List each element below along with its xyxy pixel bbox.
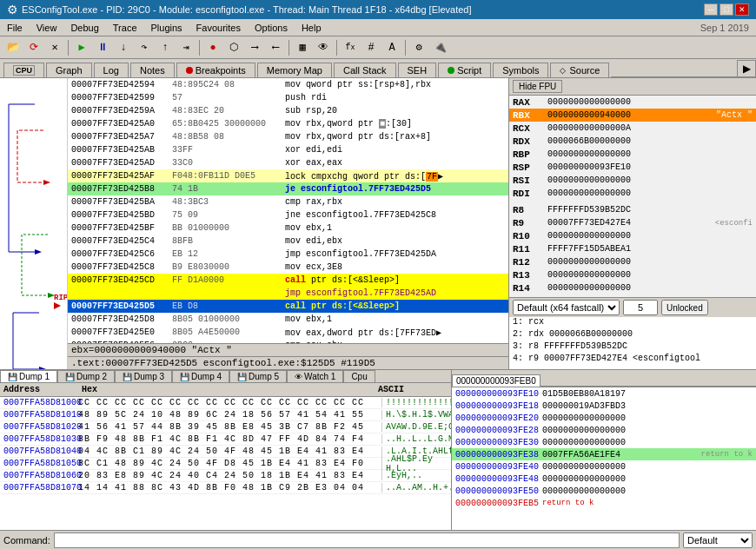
tb-settings[interactable]: ⚙ xyxy=(409,39,428,56)
tab-seh[interactable]: SEH xyxy=(398,63,437,77)
menu-view[interactable]: View xyxy=(30,21,64,35)
tb-bp2[interactable]: ⬡ xyxy=(224,39,243,56)
tab-script[interactable]: Script xyxy=(438,63,491,77)
mem-row[interactable]: 000000000093FE500000000000000000 xyxy=(452,485,756,497)
reg-r11[interactable]: R11FFFF7FF15D5ABEA1 xyxy=(509,242,756,255)
tab-watch1[interactable]: 👁Watch 1 xyxy=(287,370,343,382)
dump-content[interactable]: 0007FFA58D81000CC CC CC CC CC CC CC CC C… xyxy=(0,397,451,530)
tab-breakpoints[interactable]: Breakpoints xyxy=(176,63,255,77)
reg-rax[interactable]: RAX0000000000000000 xyxy=(509,96,756,109)
stack-row-4[interactable]: 4: r9 00007FF73ED427E4 <esconfigtool xyxy=(509,354,756,366)
dump-row[interactable]: 0007FFA58D8106020 83 E8 89 4C 24 40 C4 2… xyxy=(0,470,451,482)
tb-step-into[interactable]: ↓ xyxy=(114,39,133,56)
disasm-row[interactable]: 00007FF73ED4259448:895C24 08mov qword pt… xyxy=(68,78,508,91)
menu-help[interactable]: Help xyxy=(295,21,328,35)
menu-options[interactable]: Options xyxy=(248,21,295,35)
stack-count-input[interactable] xyxy=(623,300,658,315)
dump-row[interactable]: 0007FFA58D810508C C1 48 89 4C 24 50 4F D… xyxy=(0,458,451,470)
tb-run[interactable]: ▶ xyxy=(72,39,91,56)
tab-call-stack[interactable]: Call Stack xyxy=(334,63,396,77)
tab-scroll-right[interactable]: ▶ xyxy=(737,60,756,77)
command-input[interactable] xyxy=(54,532,680,548)
dump-row[interactable]: 0007FFA58D81000CC CC CC CC CC CC CC CC C… xyxy=(0,397,451,409)
tab-dump3[interactable]: 💾Dump 3 xyxy=(115,370,172,382)
register-list[interactable]: RAX0000000000000000 RBX0000000000940000"… xyxy=(509,96,756,297)
mem-row-return[interactable]: 000000000093FEB5return to k xyxy=(452,497,756,509)
tab-graph[interactable]: Graph xyxy=(46,63,92,77)
close-button[interactable]: ✕ xyxy=(735,3,749,16)
dump-row[interactable]: 0007FFA58D8102041 56 41 57 44 8B 39 45 8… xyxy=(0,421,451,433)
tb-trace[interactable]: ⟶ xyxy=(245,39,264,56)
maximize-button[interactable]: □ xyxy=(720,3,733,16)
hide-fpu-button[interactable]: Hide FPU xyxy=(513,80,562,93)
tab-log[interactable]: Log xyxy=(94,63,129,77)
tab-notes[interactable]: Notes xyxy=(130,63,175,77)
tb-font[interactable]: A xyxy=(382,39,401,56)
tab-dump2[interactable]: 💾Dump 2 xyxy=(57,370,115,382)
reg-r8[interactable]: R8FFFFFFFD539B52DC xyxy=(509,203,756,216)
tb-restart[interactable]: ⟳ xyxy=(24,39,43,56)
tb-hash[interactable]: # xyxy=(361,39,381,56)
tb-plugin[interactable]: 🔌 xyxy=(430,39,449,56)
reg-r14[interactable]: R140000000000000000 xyxy=(509,281,756,294)
mem-row[interactable]: 000000000093FE280000000000000000 xyxy=(452,424,756,436)
tb-open[interactable]: 📂 xyxy=(3,39,23,56)
disasm-row[interactable]: 00007FF73ED425AD33C0xor eax,eax xyxy=(68,156,508,169)
disasm-row[interactable]: jmp esconfigtool.7FF73ED425AD xyxy=(68,287,508,300)
dump-row[interactable]: 0007FFA58D8107014 14 41 88 8C 43 4D 8B F… xyxy=(0,482,451,494)
disasm-row[interactable]: 00007FF73ED425A748:8B58 08mov rbx,qword … xyxy=(68,130,508,143)
tab-symbols[interactable]: Symbols xyxy=(493,63,548,77)
tb-watch[interactable]: 👁 xyxy=(314,39,333,56)
disasm-row[interactable]: 00007FF73ED425C6EB 12jmp esconfigtool.7F… xyxy=(68,248,508,261)
fastcall-select[interactable]: Default (x64 fastcall) xyxy=(513,300,620,315)
tab-cpu[interactable]: CPU xyxy=(3,63,44,77)
menu-file[interactable]: File xyxy=(0,21,30,35)
reg-rdx[interactable]: RDX0000066B00000000 xyxy=(509,135,756,148)
tb-fx[interactable]: fx xyxy=(341,39,360,56)
stack-args[interactable]: 1: rcx 2: rdx 0000066B00000000 3: r8 FFF… xyxy=(509,317,756,369)
command-mode-select[interactable]: Default xyxy=(683,532,753,548)
disasm-row[interactable]: 00007FF73ED425E08B05 A4E50000mov eax,dwo… xyxy=(68,326,508,339)
tab-source[interactable]: ◇ Source xyxy=(550,63,609,77)
disasm-row[interactable]: 00007FF73ED425AFF048:0FB11D D0E5lock cmp… xyxy=(68,169,508,182)
reg-r12[interactable]: R120000000000000000 xyxy=(509,255,756,268)
disasm-row[interactable]: 00007FF73ED425BD75 09jne esconfigtool.7F… xyxy=(68,208,508,222)
tb-pause[interactable]: ⏸ xyxy=(93,39,112,56)
tab-cpu-bottom[interactable]: Cpu xyxy=(343,370,375,382)
disasm-row[interactable]: 00007FF73ED425D88B05 01000000mov ebx,1 xyxy=(68,313,508,326)
mem-row[interactable]: 000000000093FE1001D5B0EB80A18197 xyxy=(452,387,756,400)
reg-r13[interactable]: R130000000000000000 xyxy=(509,268,756,281)
reg-rcx[interactable]: RCX000000000000000A xyxy=(509,122,756,135)
tb-trace2[interactable]: ⟵ xyxy=(266,39,285,56)
stack-row-2[interactable]: 2: rdx 0000066B00000000 xyxy=(509,329,756,341)
tab-dump4[interactable]: 💾Dump 4 xyxy=(172,370,229,382)
window-controls[interactable]: ─ □ ✕ xyxy=(704,3,749,16)
reg-r10[interactable]: R100000000000000000 xyxy=(509,229,756,242)
reg-r9[interactable]: R900007FF73ED427E4<esconfi xyxy=(509,216,756,229)
reg-rbx[interactable]: RBX0000000000940000"Actx " xyxy=(509,109,756,122)
tab-mem-active[interactable]: 000000000093FEB0 xyxy=(452,374,540,387)
stack-row-3[interactable]: 3: r8 FFFFFFFD539B52DC xyxy=(509,341,756,354)
mem-row[interactable]: 000000000093FE200000000000000000 xyxy=(452,412,756,424)
mem-row-highlight[interactable]: 000000000093FE380007FFA56AE1FE4return to… xyxy=(452,448,756,460)
tb-mem[interactable]: ▦ xyxy=(293,39,312,56)
tb-run-to[interactable]: ⇥ xyxy=(176,39,196,56)
unlock-button[interactable]: Unlocked xyxy=(661,300,708,315)
menu-trace[interactable]: Trace xyxy=(106,21,144,35)
disasm-row[interactable]: 00007FF73ED425C8B9 E8030000mov ecx,3E8 xyxy=(68,261,508,274)
disasm-row[interactable]: 00007FF73ED425CDFF D1A0000call ptr ds:[<… xyxy=(68,274,508,287)
disasm-row[interactable]: 00007FF73ED425BA48:3BC3cmp rax,rbx xyxy=(68,195,508,208)
tb-step-over[interactable]: ↷ xyxy=(135,39,154,56)
tab-memory-map[interactable]: Memory Map xyxy=(257,63,332,77)
stack-row-1[interactable]: 1: rcx xyxy=(509,317,756,329)
tb-close[interactable]: ✕ xyxy=(45,39,64,56)
mem-row[interactable]: 000000000093FE400000000000000000 xyxy=(452,460,756,473)
disasm-row[interactable]: 00007FF73ED425A065:8B0425 30000000mov rb… xyxy=(68,117,508,130)
menu-favourites[interactable]: Favourites xyxy=(189,21,248,35)
disasm-row[interactable]: 00007FF73ED425BFBB 01000000mov ebx,1 xyxy=(68,222,508,235)
mem-row[interactable]: 000000000093FE480000000000000000 xyxy=(452,473,756,485)
reg-rbp[interactable]: RBP0000000000000000 xyxy=(509,148,756,161)
disasm-content[interactable]: 00007FF73ED4259448:895C24 08mov qword pt… xyxy=(68,78,508,343)
disasm-row-active[interactable]: 00007FF73ED425D5EB D8call ptr ds:[<&Slee… xyxy=(68,300,508,313)
mem-content[interactable]: 000000000093FE1001D5B0EB80A18197 0000000… xyxy=(452,387,756,530)
